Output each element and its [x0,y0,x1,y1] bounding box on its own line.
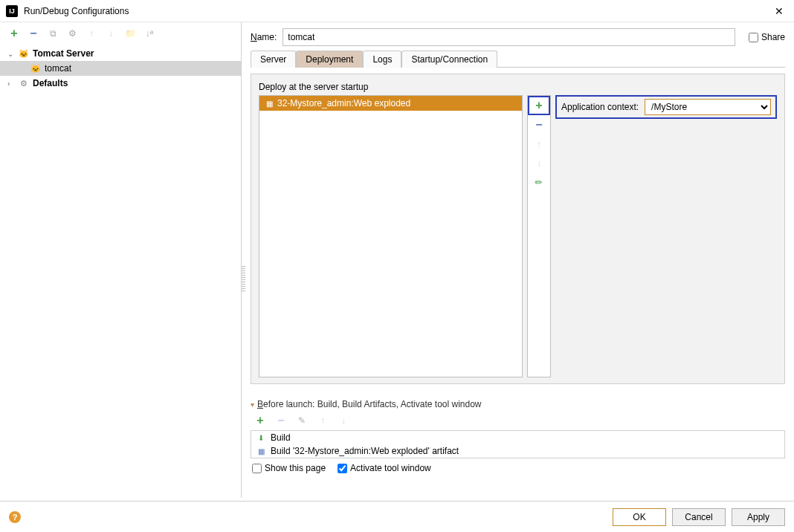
bl-item-label: Build '32-Mystore_admin:Web exploded' ar… [271,446,459,456]
artifact-up-icon[interactable]: ↑ [528,134,550,154]
show-page-check[interactable]: Show this page [252,463,326,473]
cancel-button[interactable]: Cancel [672,508,726,526]
config-tree: ⌄ 🐱 Tomcat Server 🐱 tomcat › ⚙ Defaults [0,45,241,498]
build-icon: ⬇ [256,432,266,443]
move-up-icon[interactable]: ↑ [85,27,98,40]
before-launch-section: ▾ Before launch: Build, Build Artifacts,… [251,399,785,473]
artifact-icon: ▦ [256,446,266,456]
add-config-icon[interactable]: + [7,27,21,40]
tab-deployment[interactable]: Deployment [296,51,363,68]
tree-label: tomcat [45,63,71,74]
apply-button[interactable]: Apply [732,508,785,526]
deploy-item-label: 32-Mystore_admin:Web exploded [277,98,410,108]
bl-down-icon[interactable]: ↓ [337,414,350,427]
bl-add-icon[interactable]: + [254,414,267,427]
titlebar: IJ Run/Debug Configurations ✕ [0,0,794,22]
split-gripper[interactable] [242,266,245,293]
deploy-label: Deploy at the server startup [259,82,777,92]
share-label: Share [761,32,785,42]
config-tree-panel: + − ⧉ ⚙ ↑ ↓ 📁 ↓ª ⌄ 🐱 Tomcat Server 🐱 tom… [0,22,242,498]
chevron-right-icon: › [7,80,15,88]
bl-item-label: Build [271,432,291,443]
artifact-icon: ▦ [264,98,274,108]
app-icon: IJ [6,5,18,17]
triangle-down-icon: ▾ [251,400,254,409]
tree-node-tomcat[interactable]: 🐱 tomcat [0,61,241,76]
tab-logs[interactable]: Logs [363,51,401,68]
tree-node-tomcat-server[interactable]: ⌄ 🐱 Tomcat Server [0,46,241,61]
bl-edit-icon[interactable]: ✎ [295,414,309,427]
deployment-panel: Deploy at the server startup ▦ 32-Mystor… [251,74,785,384]
bl-up-icon[interactable]: ↑ [316,414,329,427]
tree-label: Defaults [33,78,68,88]
move-down-icon[interactable]: ↓ [104,27,117,40]
before-launch-list[interactable]: ⬇ Build ▦ Build '32-Mystore_admin:Web ex… [251,430,785,458]
window-title: Run/Debug Configurations [24,6,770,16]
add-artifact-icon[interactable]: + [528,96,550,115]
before-launch-header[interactable]: ▾ Before launch: Build, Build Artifacts,… [251,399,785,409]
appctx-select[interactable]: /MyStore [645,99,771,115]
tree-label: Tomcat Server [33,48,94,59]
name-input[interactable] [283,28,735,46]
appctx-label: Application context: [561,102,639,112]
config-tabs: Server Deployment Logs Startup/Connectio… [251,51,785,68]
tomcat-icon: 🐱 [30,62,42,74]
activate-window-label: Activate tool window [350,463,431,473]
deploy-side-buttons: + − ↑ ↓ ✎ [527,95,551,377]
name-label: Name: [251,32,277,42]
bl-remove-icon[interactable]: − [274,414,288,427]
tree-node-defaults[interactable]: › ⚙ Defaults [0,76,241,91]
tab-server[interactable]: Server [251,51,296,68]
help-icon[interactable]: ? [9,511,21,523]
settings-icon[interactable]: ⚙ [65,27,79,40]
gear-icon: ⚙ [18,77,30,89]
sort-icon[interactable]: ↓ª [143,27,156,40]
list-item[interactable]: ⬇ Build [251,431,784,444]
close-icon[interactable]: ✕ [770,4,788,19]
tree-toolbar: + − ⧉ ⚙ ↑ ↓ 📁 ↓ª [0,22,241,45]
before-launch-title: Before launch: Build, Build Artifacts, A… [257,399,482,409]
list-item[interactable]: ▦ Build '32-Mystore_admin:Web exploded' … [251,444,784,458]
share-checkbox[interactable] [749,33,758,42]
show-page-checkbox[interactable] [252,464,262,473]
copy-config-icon[interactable]: ⧉ [46,27,59,40]
tomcat-icon: 🐱 [18,48,30,59]
remove-artifact-icon[interactable]: − [528,115,550,134]
tab-startup[interactable]: Startup/Connection [401,51,497,68]
ok-button[interactable]: OK [613,508,666,526]
dialog-footer: ? OK Cancel Apply [0,501,794,532]
activate-window-checkbox[interactable] [338,464,347,473]
folder-icon[interactable]: 📁 [123,27,137,40]
deploy-item[interactable]: ▦ 32-Mystore_admin:Web exploded [259,96,522,111]
remove-config-icon[interactable]: − [27,27,40,40]
chevron-down-icon: ⌄ [7,50,15,58]
activate-window-check[interactable]: Activate tool window [338,463,431,473]
application-context-row: Application context: /MyStore [555,95,777,119]
show-page-label: Show this page [265,463,326,473]
deploy-list[interactable]: ▦ 32-Mystore_admin:Web exploded [259,95,523,377]
